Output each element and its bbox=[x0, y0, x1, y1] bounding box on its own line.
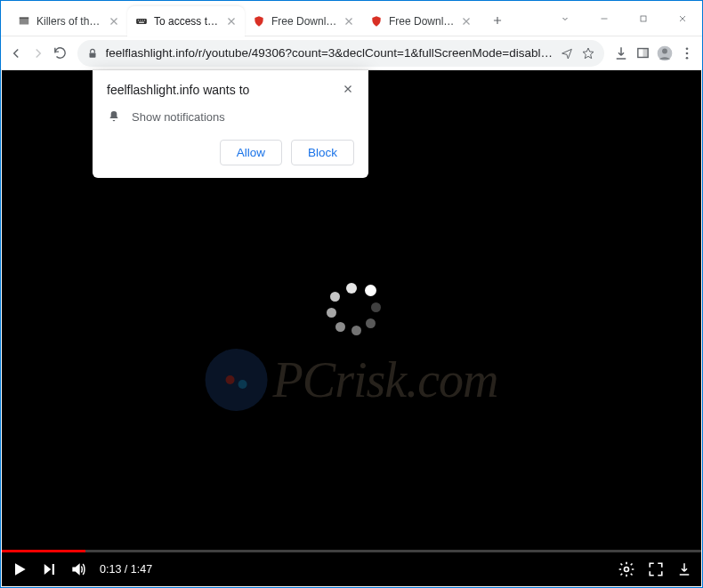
current-time: 0:13 bbox=[100, 563, 121, 576]
allow-button[interactable]: Allow bbox=[220, 140, 282, 165]
svg-rect-9 bbox=[89, 52, 95, 57]
download-icon[interactable] bbox=[611, 40, 632, 67]
tab-3[interactable]: Free Download bbox=[362, 6, 480, 36]
minimize-button[interactable] bbox=[585, 1, 624, 36]
svg-point-13 bbox=[662, 48, 667, 53]
svg-point-15 bbox=[685, 52, 688, 54]
time-display: 0:13 / 1:47 bbox=[100, 563, 152, 576]
play-button[interactable] bbox=[11, 560, 28, 578]
svg-rect-2 bbox=[136, 19, 147, 24]
svg-point-16 bbox=[685, 56, 688, 59]
close-icon[interactable] bbox=[343, 15, 355, 28]
bell-icon bbox=[107, 109, 121, 124]
lock-icon bbox=[86, 47, 99, 60]
svg-rect-7 bbox=[139, 22, 144, 23]
block-button[interactable]: Block bbox=[291, 140, 354, 165]
share-icon[interactable] bbox=[560, 46, 574, 60]
url-text: feelflashlight.info/r/youtube/49306?coun… bbox=[106, 46, 553, 60]
tab-label: To access the w bbox=[154, 15, 222, 28]
settings-button[interactable] bbox=[618, 560, 635, 578]
svg-point-6 bbox=[144, 20, 145, 20]
fullscreen-button[interactable] bbox=[648, 561, 664, 577]
tab-2[interactable]: Free Download bbox=[245, 6, 362, 36]
close-icon[interactable] bbox=[108, 15, 120, 28]
duration: 1:47 bbox=[131, 563, 152, 576]
svg-rect-8 bbox=[641, 16, 646, 21]
reload-button[interactable] bbox=[50, 40, 70, 67]
svg-rect-0 bbox=[20, 19, 29, 25]
tab-1[interactable]: To access the w bbox=[127, 6, 245, 36]
panel-icon[interactable] bbox=[633, 40, 653, 67]
prompt-permission: Show notifications bbox=[132, 110, 225, 124]
new-tab-button[interactable] bbox=[485, 8, 510, 33]
watermark-logo-icon bbox=[206, 349, 268, 411]
player-controls: 0:13 / 1:47 bbox=[2, 552, 701, 586]
tab-label: Killers of the Flo bbox=[36, 15, 104, 28]
movie-icon bbox=[17, 14, 31, 28]
tab-0[interactable]: Killers of the Flo bbox=[10, 6, 127, 36]
svg-rect-11 bbox=[643, 49, 649, 58]
svg-point-14 bbox=[685, 47, 688, 50]
chevron-down-icon[interactable] bbox=[545, 1, 585, 36]
profile-icon[interactable] bbox=[655, 40, 675, 67]
shield-icon bbox=[369, 14, 384, 28]
tab-label: Free Download bbox=[389, 15, 457, 28]
notification-prompt: feelflashlight.info wants to Show notifi… bbox=[93, 70, 368, 178]
keyboard-icon bbox=[134, 14, 149, 28]
maximize-button[interactable] bbox=[624, 1, 663, 36]
watermark-text: PCrisk.com bbox=[273, 351, 498, 408]
svg-point-17 bbox=[625, 568, 629, 572]
shield-icon bbox=[252, 14, 266, 28]
window-controls bbox=[545, 1, 702, 36]
titlebar: Killers of the Flo To access the w Free … bbox=[1, 1, 702, 36]
menu-icon[interactable] bbox=[676, 40, 697, 67]
watermark: PCrisk.com bbox=[206, 349, 498, 411]
download-button[interactable] bbox=[676, 561, 692, 577]
close-icon[interactable] bbox=[460, 15, 473, 28]
close-icon[interactable] bbox=[342, 83, 354, 99]
tab-label: Free Download bbox=[271, 15, 339, 28]
star-icon[interactable] bbox=[581, 46, 595, 60]
close-window-button[interactable] bbox=[663, 1, 702, 36]
volume-button[interactable] bbox=[69, 560, 87, 578]
browser-toolbar: feelflashlight.info/r/youtube/49306?coun… bbox=[1, 36, 702, 70]
svg-point-4 bbox=[140, 20, 141, 20]
next-button[interactable] bbox=[41, 561, 57, 577]
svg-rect-1 bbox=[20, 17, 29, 19]
address-bar[interactable]: feelflashlight.info/r/youtube/49306?coun… bbox=[77, 40, 604, 67]
loading-spinner bbox=[325, 281, 378, 334]
prompt-title: feelflashlight.info wants to bbox=[107, 83, 249, 97]
forward-button[interactable] bbox=[28, 40, 49, 67]
tab-strip: Killers of the Flo To access the w Free … bbox=[10, 6, 480, 36]
svg-point-3 bbox=[138, 20, 139, 20]
back-button[interactable] bbox=[6, 40, 27, 67]
close-icon[interactable] bbox=[225, 15, 238, 28]
svg-point-5 bbox=[142, 20, 143, 20]
